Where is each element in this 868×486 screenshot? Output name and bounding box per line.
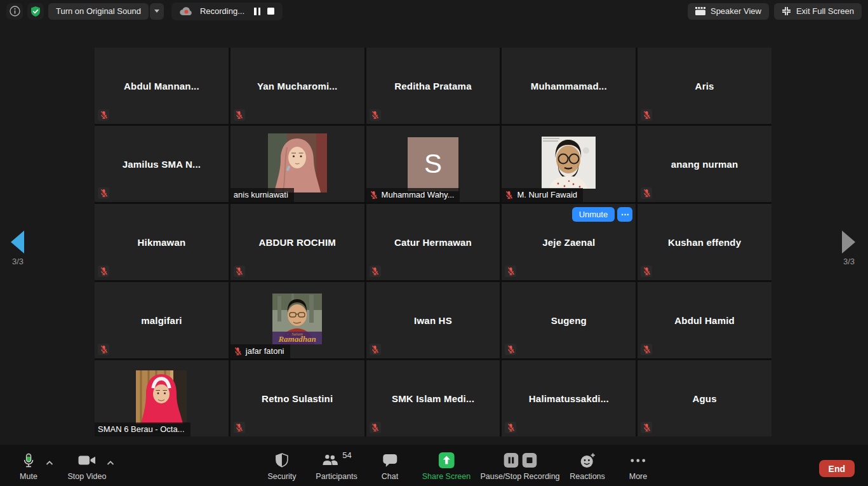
participant-photo-avatar: Salam Ramadhan — [272, 294, 322, 347]
participant-tile[interactable]: Retno Sulastini — [230, 360, 364, 436]
participant-photo-avatar — [542, 137, 596, 191]
encryption-shield-icon — [30, 6, 41, 17]
muted-mic-icon — [641, 266, 652, 277]
participant-tile[interactable]: Jamilus SMA N... — [95, 126, 229, 202]
speaker-view-button[interactable]: Speaker View — [688, 3, 769, 20]
muted-mic-icon — [641, 344, 652, 355]
mute-label: Mute — [20, 472, 37, 481]
page-indicator-left: 3/3 — [4, 257, 32, 266]
participant-name: Abdul Mannan... — [124, 81, 199, 91]
participant-tile[interactable]: Kushan effendy — [638, 204, 771, 280]
meeting-topbar: Turn on Original Sound Recording... Spea… — [0, 0, 868, 22]
participant-photo-avatar — [268, 133, 327, 195]
more-button[interactable]: More — [629, 452, 647, 481]
participant-tile[interactable]: Iwan HS — [366, 282, 500, 358]
speaker-view-icon — [695, 7, 705, 15]
participant-name: Reditha Pratama — [394, 81, 471, 91]
chat-button[interactable]: Chat — [382, 452, 398, 481]
participant-name-label: Muhammad Wahy... — [366, 188, 460, 202]
original-sound-label: Turn on Original Sound — [56, 6, 141, 16]
exit-full-screen-icon — [782, 6, 791, 16]
participants-button[interactable]: 54 Participants — [316, 452, 357, 481]
meeting-toolbar: Mute Stop Video Security — [0, 445, 868, 486]
muted-mic-icon — [370, 344, 381, 355]
participant-tile[interactable]: Agus — [638, 360, 771, 436]
exit-full-screen-label: Exit Full Screen — [796, 6, 854, 16]
participant-tile[interactable]: malgifari — [95, 282, 229, 358]
more-dots-icon — [630, 452, 646, 469]
end-meeting-button[interactable]: End — [819, 460, 855, 477]
participant-tile[interactable]: Hikmawan — [95, 204, 229, 280]
participant-tile[interactable]: Sugeng — [502, 282, 636, 358]
info-icon — [10, 6, 20, 17]
video-camera-icon — [78, 452, 97, 469]
reactions-button[interactable]: Reactions — [570, 452, 605, 481]
pause-recording-icon[interactable] — [254, 8, 260, 15]
participant-tile[interactable]: Abdul Mannan... — [95, 48, 229, 124]
stop-video-button[interactable]: Stop Video — [68, 452, 107, 481]
share-screen-button[interactable]: Share Screen — [422, 452, 471, 481]
participant-name: Sugeng — [551, 315, 587, 326]
participant-more-button[interactable]: ⋯ — [617, 207, 632, 222]
muted-mic-icon — [370, 191, 378, 199]
chevron-down-icon — [154, 10, 159, 13]
participant-tile[interactable]: Yan Mucharomi... — [230, 48, 364, 124]
pause-recording-toolbar-icon[interactable] — [504, 453, 518, 468]
participant-tile[interactable]: Salam Ramadhan jafar fatoni — [230, 282, 364, 358]
participant-tile[interactable]: Unmute ⋯ Jeje Zaenal — [502, 204, 636, 280]
participant-tile[interactable]: Halimatussakdi... — [502, 360, 636, 436]
chat-bubble-icon — [383, 452, 397, 469]
stop-recording-icon[interactable] — [267, 8, 274, 15]
video-options-chevron[interactable] — [107, 457, 114, 468]
muted-mic-icon — [234, 266, 245, 277]
muted-mic-icon — [234, 422, 245, 433]
participant-name: Jeje Zaenal — [542, 237, 595, 248]
muted-mic-icon — [641, 422, 652, 433]
original-sound-button[interactable]: Turn on Original Sound — [48, 3, 149, 20]
next-page-arrow[interactable] — [842, 231, 855, 253]
meeting-info-button[interactable] — [6, 3, 23, 20]
participant-grid: Abdul Mannan... Yan Mucharomi... Reditha… — [95, 48, 771, 436]
recording-indicator: Recording... — [171, 3, 283, 20]
muted-mic-icon — [98, 344, 109, 355]
participant-name: anang nurman — [671, 159, 738, 170]
security-button[interactable]: Security — [267, 452, 296, 481]
encryption-status-button[interactable] — [27, 3, 44, 20]
reactions-smiley-icon — [579, 452, 596, 469]
reactions-label: Reactions — [570, 472, 605, 481]
participants-icon — [321, 454, 338, 467]
participant-name: Agus — [692, 393, 716, 404]
speaker-view-label: Speaker View — [711, 6, 761, 16]
participant-tile[interactable]: anang nurman — [638, 126, 771, 202]
stop-recording-toolbar-icon[interactable] — [522, 453, 537, 468]
audio-options-chevron[interactable] — [46, 457, 53, 468]
previous-page-arrow[interactable] — [11, 231, 24, 253]
participant-tile[interactable]: Aris — [638, 48, 771, 124]
participant-tile[interactable]: SMAN 6 Berau - Octa... — [95, 360, 229, 436]
participant-tile[interactable]: ABDUR ROCHIM — [230, 204, 364, 280]
participant-name: SMK Islam Medi... — [392, 393, 474, 404]
participant-tile[interactable]: anis kurniawati — [230, 126, 364, 202]
muted-mic-icon — [234, 109, 245, 121]
participant-name: Kushan effendy — [668, 237, 741, 248]
participant-name: Retno Sulastini — [262, 393, 333, 404]
ask-unmute-button[interactable]: Unmute — [572, 207, 615, 222]
muted-mic-icon — [98, 187, 109, 199]
security-shield-icon — [276, 452, 289, 469]
microphone-icon — [22, 452, 35, 469]
participant-tile[interactable]: M. Nurul Fawaid — [502, 126, 636, 202]
participant-tile[interactable]: Reditha Pratama — [366, 48, 500, 124]
participant-tile[interactable]: Catur Hermawan — [366, 204, 500, 280]
mute-button[interactable]: Mute — [20, 452, 37, 481]
muted-mic-icon — [505, 191, 513, 199]
stop-video-label: Stop Video — [68, 472, 107, 481]
more-label: More — [629, 472, 647, 481]
security-label: Security — [267, 472, 296, 481]
participant-tile[interactable]: S Muhammad Wahy... — [366, 126, 500, 202]
exit-full-screen-button[interactable]: Exit Full Screen — [774, 3, 862, 20]
participant-tile[interactable]: Abdul Hamid — [638, 282, 771, 358]
pause-stop-recording-button[interactable]: Pause/Stop Recording — [480, 452, 559, 481]
participant-tile[interactable]: Muhammamad... — [502, 48, 636, 124]
participant-tile[interactable]: SMK Islam Medi... — [366, 360, 500, 436]
original-sound-dropdown[interactable] — [150, 3, 164, 20]
